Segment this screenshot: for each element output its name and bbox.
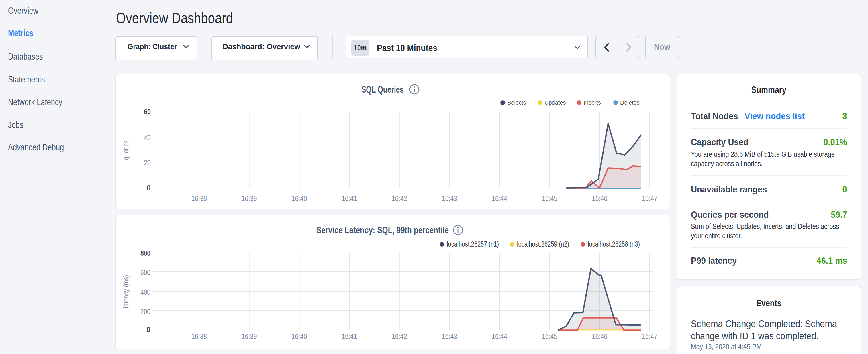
svg-text:16:40: 16:40 [291, 332, 307, 340]
svg-text:200: 200 [141, 308, 150, 316]
svg-text:16:42: 16:42 [392, 332, 407, 340]
svg-text:16:38: 16:38 [191, 332, 207, 340]
svg-text:600: 600 [141, 268, 150, 277]
svg-text:40: 40 [144, 134, 151, 142]
svg-text:16:41: 16:41 [342, 194, 357, 202]
svg-text:16:39: 16:39 [242, 194, 257, 202]
svg-text:16:44: 16:44 [492, 332, 507, 340]
svg-text:Inserts: Inserts [584, 99, 601, 106]
svg-text:20: 20 [144, 159, 151, 167]
svg-text:16:40: 16:40 [291, 194, 307, 202]
svg-text:localhost:26257 (n1): localhost:26257 (n1) [447, 240, 499, 248]
svg-text:Selects: Selects [507, 99, 526, 106]
svg-text:Service Latency: SQL, 99th per: Service Latency: SQL, 99th percentile [316, 225, 449, 235]
svg-text:16:42: 16:42 [392, 194, 407, 202]
svg-text:16:45: 16:45 [542, 332, 557, 340]
svg-text:16:45: 16:45 [542, 194, 557, 202]
svg-text:16:43: 16:43 [442, 194, 457, 202]
svg-text:16:47: 16:47 [642, 332, 657, 340]
svg-text:latency (ms): latency (ms) [122, 275, 130, 308]
svg-text:0: 0 [147, 184, 151, 192]
svg-text:localhost:26258 (n3): localhost:26258 (n3) [588, 240, 640, 248]
svg-text:16:44: 16:44 [492, 194, 507, 202]
svg-text:Updates: Updates [545, 99, 566, 106]
svg-text:16:43: 16:43 [442, 332, 457, 340]
svg-text:SQL Queries: SQL Queries [361, 84, 404, 95]
svg-text:16:46: 16:46 [592, 332, 607, 340]
svg-text:queries: queries [122, 140, 130, 160]
svg-text:16:39: 16:39 [242, 332, 257, 340]
svg-text:Deletes: Deletes [620, 99, 640, 106]
svg-text:16:46: 16:46 [592, 194, 607, 202]
svg-text:0: 0 [147, 326, 150, 334]
svg-text:localhost:26259 (n2): localhost:26259 (n2) [517, 240, 569, 248]
svg-text:16:41: 16:41 [342, 332, 357, 340]
svg-text:16:38: 16:38 [191, 194, 207, 202]
svg-text:800: 800 [141, 249, 150, 257]
svg-text:16:47: 16:47 [642, 194, 657, 202]
svg-text:60: 60 [144, 108, 151, 116]
svg-text:400: 400 [141, 288, 150, 296]
